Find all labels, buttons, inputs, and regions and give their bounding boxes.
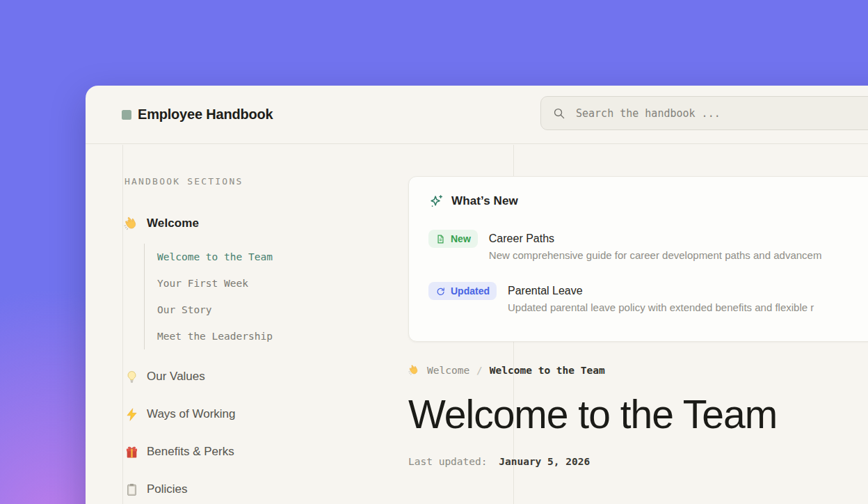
sidebar-nav: Welcome Welcome to the TeamYour First We… (122, 214, 394, 498)
sidebar: HANDBOOK SECTIONS Welcome Welcome to the… (122, 145, 394, 504)
sidebar-item-our-values[interactable]: Our Values (124, 368, 394, 386)
sidebar-item-welcome[interactable]: Welcome (124, 214, 394, 233)
bulb-icon (124, 369, 139, 384)
whats-new-item-title: Career Paths (489, 230, 822, 248)
sidebar-item-label: Welcome (147, 216, 199, 230)
last-updated-value: January 5, 2026 (499, 456, 590, 467)
whats-new-card: What’s New New Career Paths New comprehe… (408, 176, 868, 342)
lightning-icon (124, 407, 139, 422)
wave-icon (408, 364, 420, 376)
sidebar-item-benefits-perks[interactable]: Benefits & Perks (124, 443, 394, 461)
sidebar-item-label: Our Values (147, 370, 205, 384)
whats-new-item-description: New comprehensive guide for career devel… (489, 249, 822, 261)
sidebar-subitem-welcome-to-the-team[interactable]: Welcome to the Team (157, 244, 394, 270)
sidebar-item-ways-of-working[interactable]: Ways of Working (124, 405, 394, 423)
sidebar-subitem-our-story[interactable]: Our Story (157, 297, 394, 323)
app-title: Employee Handbook (138, 107, 273, 123)
page-title: Welcome to the Team (408, 393, 868, 436)
app-header: Employee Handbook (86, 86, 868, 144)
whats-new-item[interactable]: Updated Parental Leave Updated parental … (428, 282, 868, 313)
whats-new-header: What’s New (428, 194, 868, 209)
wave-icon (124, 216, 139, 231)
search-input[interactable] (574, 107, 868, 120)
sidebar-item-label: Benefits & Perks (147, 445, 234, 459)
last-updated-label: Last updated: (408, 456, 488, 467)
sparkle-icon (428, 194, 444, 209)
whats-new-item[interactable]: New Career Paths New comprehensive guide… (428, 230, 868, 261)
breadcrumb-section-link[interactable]: Welcome (427, 365, 469, 376)
app-window: Employee Handbook HANDBOOK SECTIONS Welc… (86, 86, 868, 504)
search-icon (552, 107, 565, 120)
sidebar-subitem-your-first-week[interactable]: Your First Week (157, 270, 394, 297)
breadcrumb: Welcome / Welcome to the Team (408, 364, 868, 376)
body-area: HANDBOOK SECTIONS Welcome Welcome to the… (86, 145, 868, 504)
search-box[interactable] (540, 96, 868, 130)
breadcrumb-separator: / (476, 365, 483, 376)
badge-label: New (451, 233, 471, 244)
sidebar-item-label: Policies (147, 482, 188, 496)
badge-label: Updated (451, 285, 490, 297)
gift-icon (124, 444, 139, 459)
breadcrumb-current: Welcome to the Team (490, 365, 605, 376)
clipboard-icon (124, 482, 139, 497)
status-badge: Updated (428, 282, 497, 300)
sidebar-subitem-meet-the-leadership[interactable]: Meet the Leadership (157, 323, 394, 349)
whats-new-item-title: Parental Leave (508, 282, 814, 300)
refresh-icon (435, 286, 446, 297)
main-content: What’s New New Career Paths New comprehe… (408, 145, 868, 467)
last-updated: Last updated: January 5, 2026 (408, 456, 868, 467)
whats-new-title: What’s New (451, 194, 518, 208)
whats-new-item-description: Updated parental leave policy with exten… (508, 301, 814, 313)
status-badge: New (428, 230, 478, 248)
sidebar-sublist: Welcome to the TeamYour First WeekOur St… (144, 244, 394, 349)
sidebar-item-policies[interactable]: Policies (124, 480, 394, 498)
app-logo-icon (122, 110, 131, 120)
sidebar-item-label: Ways of Working (147, 407, 236, 421)
document-icon (435, 234, 446, 244)
sidebar-section-label: HANDBOOK SECTIONS (124, 176, 394, 187)
